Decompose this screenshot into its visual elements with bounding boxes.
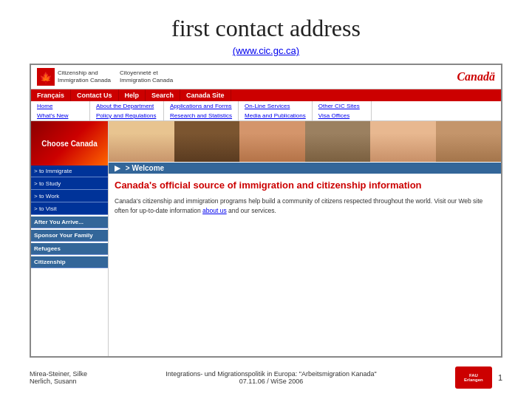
face-2 [174,121,240,162]
sec-nav-research[interactable]: Research and Statistics [164,111,239,120]
secondary-nav: Home What's New About the Department Pol… [31,101,501,121]
face-4 [305,121,371,162]
nav-contact-us[interactable]: Contact Us [71,89,119,101]
nav-bar: Français Contact Us Help Search Canada S… [31,89,501,101]
sidebar-section-sponsor[interactable]: Sponsor Your Family [31,230,108,242]
sidebar-link-study[interactable]: > to Study [31,178,108,190]
sec-nav-online[interactable]: On-Line Services [239,101,313,111]
canada-wordmark: Canadä [457,70,495,83]
nav-francais[interactable]: Français [31,89,71,101]
cic-link[interactable]: (www.cic.gc.ca) [233,45,299,56]
face-6 [436,121,502,162]
sidebar-links: > to Immigrate > to Study > to Work > to… [31,166,108,215]
photo-banner [109,121,501,162]
sec-nav-media[interactable]: Media and Publications [239,111,313,120]
main-text-area: Canada's official source of immigration … [109,174,501,356]
sec-nav-visa[interactable]: Visa Offices [313,111,372,120]
footer-author: Mirea-Steiner, Silke Nerlich, Susann [30,370,87,385]
slide-footer: Mirea-Steiner, Silke Nerlich, Susann Int… [30,364,502,392]
cic-logo-fr: Citoyenneté et Immigration Canada [120,69,173,85]
sidebar-link-visit[interactable]: > to Visit [31,203,108,215]
right-content: ▶ > Welcome Canada's official source of … [109,121,501,356]
welcome-arrow-icon: ▶ [115,164,120,172]
face-3 [239,121,305,162]
main-heading: Canada's official source of immigration … [115,180,495,192]
nav-canada-site[interactable]: Canada Site [180,89,231,101]
sec-nav-home[interactable]: Home [31,101,90,111]
slide-container: first contact address (www.cic.gc.ca) 🍁 … [0,0,532,399]
nav-search[interactable]: Search [146,89,180,101]
welcome-bar[interactable]: ▶ > Welcome [109,163,501,174]
nav-help[interactable]: Help [119,89,146,101]
sec-nav-other-cic[interactable]: Other CIC Sites [313,101,372,111]
sec-nav-apps[interactable]: Applications and Forms [164,101,239,111]
maple-leaf-icon: 🍁 [37,68,55,86]
sidebar-section-refugees[interactable]: Refugees [31,243,108,255]
sidebar-link-immigrate[interactable]: > to Immigrate [31,166,108,177]
sec-nav-whats-new[interactable]: What's New [31,111,90,120]
svg-text:🍁: 🍁 [39,71,52,84]
main-body-text: Canada's citizenship and immigration pro… [115,197,495,216]
welcome-text: > Welcome [126,164,164,172]
photo-faces [109,121,501,162]
page-number: 1 [498,373,502,382]
sec-nav-about[interactable]: About the Department [90,101,164,111]
left-sidebar: Choose Canada > to Immigrate > to Study … [31,121,109,356]
cic-header: 🍁 Citizenship and Immigration Canada Cit… [31,65,501,89]
cic-logo-left: 🍁 Citizenship and Immigration Canada Cit… [37,68,173,86]
sidebar-section-citizenship[interactable]: Citizenship [31,256,108,268]
footer-course: Integrations- und Migrationspolitik in E… [87,370,455,385]
sidebar-section-after[interactable]: After You Arrive... [31,216,108,228]
browser-mockup: 🍁 Citizenship and Immigration Canada Cit… [30,64,502,358]
sec-nav-policy[interactable]: Policy and Regulations [90,111,164,120]
main-content: Choose Canada > to Immigrate > to Study … [31,121,501,356]
slide-subtitle: (www.cic.gc.ca) [30,45,502,56]
cic-logo-en: Citizenship and Immigration Canada [58,69,111,85]
sidebar-link-work[interactable]: > to Work [31,191,108,202]
sidebar-hero-text: Choose Canada [41,140,98,148]
sidebar-hero: Choose Canada [31,121,108,166]
slide-title: first contact address [30,15,502,42]
about-us-link[interactable]: about us [202,207,227,214]
face-1 [109,121,174,162]
footer-logo: FAUErlangen [455,366,492,389]
face-5 [370,121,436,162]
footer-logo-text: FAUErlangen [464,373,483,382]
